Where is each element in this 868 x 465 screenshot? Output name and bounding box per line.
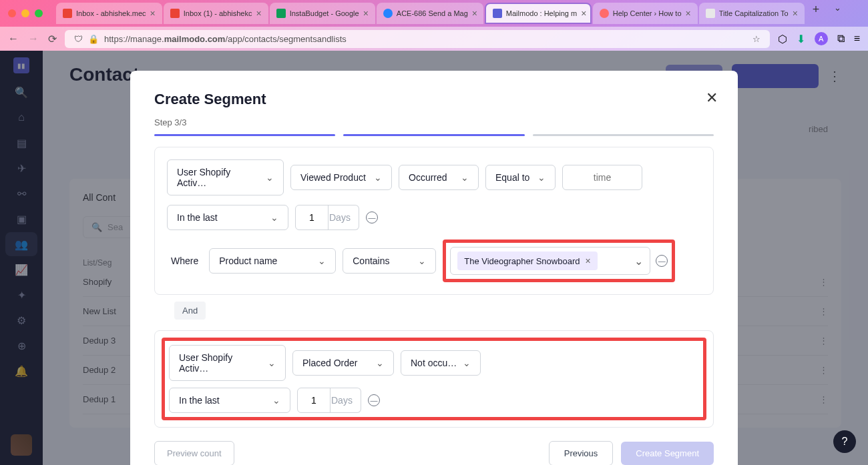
pocket-icon[interactable]: ⬡ [778,33,787,45]
menu-icon[interactable]: ≡ [854,33,860,45]
browser-tab-active[interactable]: Mailmodo : Helping m× [485,3,592,24]
browser-tab[interactable]: ACE-686 Send a Mag× [377,3,483,24]
chevron-down-icon: ⌄ [374,172,382,183]
chevron-down-icon: ⌄ [418,256,426,266]
forward-button[interactable]: → [28,33,39,45]
step-bar-3 [533,134,714,136]
title-icon [706,9,715,18]
chevron-down-icon: ⌄ [318,256,326,266]
modal-overlay: Create Segment ✕ Step 3/3 User Shopify A… [0,51,868,465]
days-label: Days [323,388,361,413]
close-icon[interactable]: × [793,8,798,19]
chevron-down-icon: ⌄ [270,212,278,223]
create-segment-modal: Create Segment ✕ Step 3/3 User Shopify A… [130,71,738,465]
selected-chip: The Videographer Snowboard× [457,252,597,270]
tab-overflow-button[interactable]: ⌄ [827,3,848,24]
operator-select[interactable]: Equal to⌄ [485,165,556,190]
remove-icon[interactable]: — [656,255,668,267]
address-bar: ← → ⟳ 🛡 🔒 https://manage.mailmodo.com/ap… [0,27,868,51]
activity-select[interactable]: User Shopify Activ…⌄ [167,159,284,195]
profile-avatar[interactable]: A [815,32,828,45]
url-input[interactable]: 🛡 🔒 https://manage.mailmodo.com/app/cont… [65,30,770,48]
event-select[interactable]: Viewed Product⌄ [290,165,392,190]
reload-button[interactable]: ⟳ [48,33,57,45]
tab-label: ACE-686 Send a Mag [397,9,468,17]
chevron-down-icon: ⌄ [634,255,643,268]
chevron-down-icon: ⌄ [461,172,469,183]
chevron-down-icon: ⌄ [376,358,384,368]
help-icon [600,9,609,18]
condition-block-1: User Shopify Activ…⌄ Viewed Product⌄ Occ… [154,147,714,295]
close-icon[interactable]: × [581,8,586,19]
gmail-icon [170,9,180,18]
url-text: https://manage.mailmodo.com/app/contacts… [104,34,347,44]
highlighted-condition-box: User Shopify Activ…⌄ Placed Order⌄ Not o… [162,338,706,420]
download-icon[interactable]: ⬇ [797,33,805,45]
where-label: Where [167,256,202,266]
event-select[interactable]: Placed Order⌄ [292,350,394,376]
chevron-down-icon: ⌄ [266,172,274,183]
toolbar-actions: ⬡ ⬇ A ⧉ ≡ [778,32,860,45]
highlighted-value-box: The Videographer Snowboard× ⌄ — [443,240,675,282]
range-select[interactable]: In the last⌄ [169,388,290,413]
previous-button[interactable]: Previous [549,441,614,465]
back-button[interactable]: ← [8,33,19,45]
mailmodo-icon [493,9,502,18]
new-tab-button[interactable]: + [806,3,827,24]
close-icon[interactable]: × [686,8,691,19]
close-icon[interactable]: ✕ [706,89,718,107]
chevron-down-icon: ⌄ [268,358,276,368]
browser-tab[interactable]: Help Center › How to× [593,3,698,24]
occurrence-select[interactable]: Not occu…⌄ [401,350,481,376]
browser-tab[interactable]: Title Capitalization To× [699,3,805,24]
step-bar-2 [343,134,524,136]
bookmark-icon[interactable]: ☆ [752,34,761,44]
range-select[interactable]: In the last⌄ [167,205,288,230]
days-label: Days [321,205,359,230]
tab-label: Mailmodo : Helping m [506,9,577,17]
extensions-icon[interactable]: ⧉ [837,33,845,45]
tab-list: Inbox - abhishek.mec× Inbox (1) - abhish… [56,3,860,24]
progress-stepper [154,134,714,136]
close-icon[interactable]: × [472,8,477,19]
jira-icon [383,9,393,18]
close-icon[interactable]: × [150,8,156,19]
and-connector[interactable]: And [174,302,206,320]
chevron-down-icon: ⌄ [537,172,546,183]
occurrence-select[interactable]: Occurred⌄ [399,165,479,190]
chevron-down-icon: ⌄ [463,358,471,368]
help-fab[interactable]: ? [833,430,856,453]
attribute-select[interactable]: Product name⌄ [209,248,336,274]
modal-footer: Preview count Previous Create Segment [154,441,714,465]
app-root: ▮▮ 🔍 ⌂ ▤ ✈ ⚯ ▣ 👥 📈 ✦ ⚙ ⊕ 🔔 Contacts onta… [0,51,868,465]
preview-count-button[interactable]: Preview count [154,441,234,465]
close-window[interactable] [8,9,16,17]
lock-icon: 🔒 [88,34,99,44]
step-bar-1 [154,134,335,136]
maximize-window[interactable] [35,9,43,17]
remove-icon[interactable]: — [368,394,380,406]
shield-icon: 🛡 [74,34,83,44]
match-select[interactable]: Contains⌄ [343,248,436,274]
chevron-down-icon: ⌄ [272,395,280,406]
close-icon[interactable]: × [256,8,261,19]
tab-label: InstaBudget - Google [290,9,359,17]
step-indicator: Step 3/3 [154,117,714,127]
modal-title: Create Segment [154,91,714,108]
close-icon[interactable]: × [363,8,369,19]
nav-controls: ← → ⟳ [8,33,57,45]
value-multiselect[interactable]: The Videographer Snowboard× ⌄ [450,247,650,275]
window-controls [8,9,43,17]
create-segment-button[interactable]: Create Segment [621,442,714,465]
browser-tab[interactable]: InstaBudget - Google× [270,3,375,24]
minimize-window[interactable] [21,9,29,17]
browser-tab[interactable]: Inbox (1) - abhishekc× [164,3,268,24]
time-input[interactable] [562,165,642,190]
browser-tab[interactable]: Inbox - abhishek.mec× [56,3,162,24]
gmail-icon [63,9,72,18]
tab-label: Inbox - abhishek.mec [76,9,146,17]
remove-icon[interactable]: — [366,211,378,223]
condition-block-2: User Shopify Activ…⌄ Placed Order⌄ Not o… [154,330,714,428]
chip-remove-icon[interactable]: × [585,256,590,266]
activity-select[interactable]: User Shopify Activ…⌄ [169,345,286,381]
